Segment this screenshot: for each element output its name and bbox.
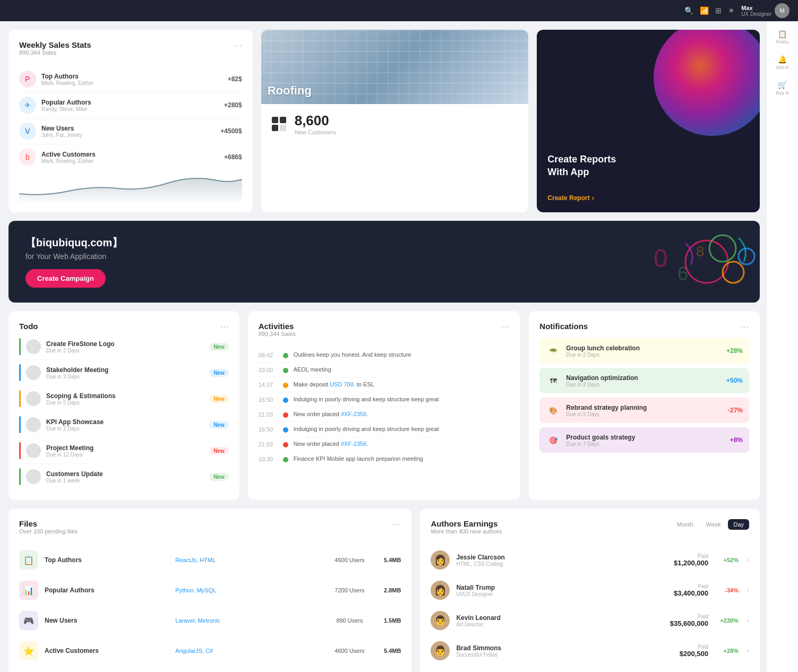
chevron-right-icon: › [747,587,749,594]
file-item: 🎮 New Users Laravel, Metronic 890 Users … [19,606,401,636]
campaign-title: 【biqubiquq.com】 [25,236,123,250]
notification-item: 🎨 Rebrand strategy planning Due in 5 Day… [539,398,749,423]
activity-item: 14:37 Make deposit USD 700. to ESL [259,377,510,392]
activity-item: 08:42 Outlines keep you honest. And keep… [259,348,510,363]
roofing-card: Roofing 8,600 New Customers [261,30,529,212]
author-item: 👩 Jessie Clarcson HTML, CSS Coding Paid … [431,545,749,575]
create-reports-card: Create ReportsWith App Create Report › [537,30,760,212]
earnings-subtitle: More than 400 new authors [431,528,502,535]
author-item: 👨 Brad Simmons Successful Fellas Paid $2… [431,636,749,666]
authors-earnings-card: Authors Earnings More than 400 new autho… [420,509,760,672]
activities-subtitle: 890,344 Sales [259,331,296,337]
todo-item: Create FireStone Logo Due in 2 Days New [19,334,229,360]
tab-day[interactable]: Day [728,519,749,530]
user-profile[interactable]: Max UX Designer M [741,3,790,18]
svg-text:6: 6 [677,263,688,285]
file-item: 📋 Top Authors ReactJs, HTML 4600 Users 5… [19,545,401,575]
notifications-title: Notifications [539,322,588,331]
files-menu[interactable]: ⋯ [392,519,401,529]
mini-squares-icon [272,117,286,131]
row-middle: Todo ⋯ Create FireStone Logo Due in 2 Da… [8,311,760,500]
create-report-button[interactable]: Create Report › [547,194,749,202]
files-subtitle: Over 100 pending files [19,528,78,535]
new-customers-section: 8,600 New Customers [261,104,529,144]
campaign-subtitle: for Your Web Application [25,252,123,261]
todo-items-list: Create FireStone Logo Due in 2 Days New … [19,334,229,489]
row-top: Weekly Sales Stats 890,344 Sales ⋯ P Top… [8,30,760,212]
sidebar-prebu[interactable]: 📋Prebu [776,30,788,45]
topbar: 🔍 📶 ⊞ ☀ Max UX Designer M [0,0,798,21]
sidebar-get-h[interactable]: 🔔Get H [776,55,789,70]
planet-decoration [654,30,760,136]
notifications-card: Notifications ⋯ 🥗 Group lunch celebratio… [529,311,760,500]
activities-card: Activities 890,344 Sales ⋯ 08:42 Outline… [248,311,521,500]
activity-item: 10:30 Finance KPI Mobile app launch prep… [259,452,510,466]
todo-item: Scoping & Estimations Due in 5 Days New [19,386,229,412]
notification-item: 🥗 Group lunch celebration Due in 2 Days … [539,338,749,364]
svg-text:8: 8 [696,243,705,260]
svg-text:0: 0 [654,244,668,272]
campaign-decoration: 0 6 8 [547,221,760,303]
activity-items-list: 08:42 Outlines keep you honest. And keep… [259,348,510,466]
notification-item: 🗺 Navigation optimization Due in 2 Days … [539,368,749,393]
svg-point-3 [739,248,754,264]
todo-menu[interactable]: ⋯ [220,322,229,332]
todo-item: KPI App Showcase Due in 2 Days New [19,412,229,438]
file-item: ⭐ Active Customers AngularJS, C# 4600 Us… [19,636,401,666]
activities-title: Activities [259,322,296,331]
todo-item: Customers Update Due in 1 week New [19,464,229,489]
author-item: 👩 Natali Trump UI/UX Designer Paid $3,40… [431,575,749,606]
todo-card: Todo ⋯ Create FireStone Logo Due in 2 Da… [8,311,239,500]
stat-item: ✈ Popular Authors Randy, Steve, Mike +28… [19,92,242,118]
create-campaign-button[interactable]: Create Campaign [25,269,106,288]
right-sidebar: 📋Prebu 🔔Get H 🛒Buy N [766,21,798,672]
notification-item: 🎯 Product goals strategy Due in 7 Days +… [539,427,749,453]
weekly-stats-menu[interactable]: ⋯ [234,40,242,50]
signal-icon: 📶 [700,6,709,15]
notifications-menu[interactable]: ⋯ [741,322,749,332]
grid-icon[interactable]: ⊞ [715,6,722,15]
file-item: 📊 Popular Authors Python, MySQL 7200 Use… [19,575,401,606]
row-bottom: Files Over 100 pending files ⋯ 📋 Top Aut… [8,509,760,672]
author-item: 👨 Kevin Leonard Art Director Paid $35,60… [431,606,749,636]
arrow-icon: › [592,194,594,202]
campaign-banner: 【biqubiquq.com】 for Your Web Application… [8,221,760,303]
activity-item: 21:03 New order placed #XF-2356. [259,407,510,422]
todo-title: Todo [19,322,38,331]
search-icon[interactable]: 🔍 [684,6,693,15]
chevron-right-icon: › [747,647,749,654]
tab-month[interactable]: Month [672,519,699,530]
stat-items-list: P Top Authors Mark, Rowling, Esther +82$… [19,66,242,170]
user-avatar: M [775,3,790,18]
stat-item: P Top Authors Mark, Rowling, Esther +82$ [19,66,242,92]
campaign-text: 【biqubiquq.com】 for Your Web Application… [25,236,123,288]
reports-title: Create ReportsWith App [547,153,749,178]
activity-item: 10:00 AEOL meeting [259,363,510,377]
sales-chart [19,170,242,202]
stat-item: b Active Customers Mark, Rowling, Esther… [19,144,242,170]
chevron-right-icon: › [747,556,749,564]
todo-item: Stakeholder Meeting Due in 3 Days New [19,360,229,386]
weekly-stats-subtitle: 890,344 Sales [19,49,91,56]
activity-item: 16:50 Indulging in poorly driving and ke… [259,422,510,437]
user-role: UX Designer [741,11,771,17]
user-name: Max [741,5,771,11]
sidebar-buy-n[interactable]: 🛒Buy N [776,81,789,96]
stat-item: V New Users John, Pat, Jimmy +4500$ [19,118,242,144]
activity-item: 16:50 Indulging in poorly driving and ke… [259,392,510,407]
brightness-icon[interactable]: ☀ [728,6,735,15]
activity-item: 21:03 New order placed #XF-2356. [259,437,510,452]
todo-item: Project Meeting Due in 12 Days New [19,438,229,464]
chevron-right-icon: › [747,617,749,624]
roofing-image: Roofing [261,30,529,104]
earnings-title: Authors Earnings [431,519,502,528]
activities-menu[interactable]: ⋯ [501,322,510,332]
earnings-tabs: Month Week Day [672,519,749,530]
weekly-sales-card: Weekly Sales Stats 890,344 Sales ⋯ P Top… [8,30,253,212]
files-title: Files [19,519,78,528]
weekly-stats-title: Weekly Sales Stats [19,40,91,49]
file-items-list: 📋 Top Authors ReactJs, HTML 4600 Users 5… [19,545,401,666]
files-card: Files Over 100 pending files ⋯ 📋 Top Aut… [8,509,411,672]
author-items-list: 👩 Jessie Clarcson HTML, CSS Coding Paid … [431,545,749,666]
tab-week[interactable]: Week [701,519,726,530]
